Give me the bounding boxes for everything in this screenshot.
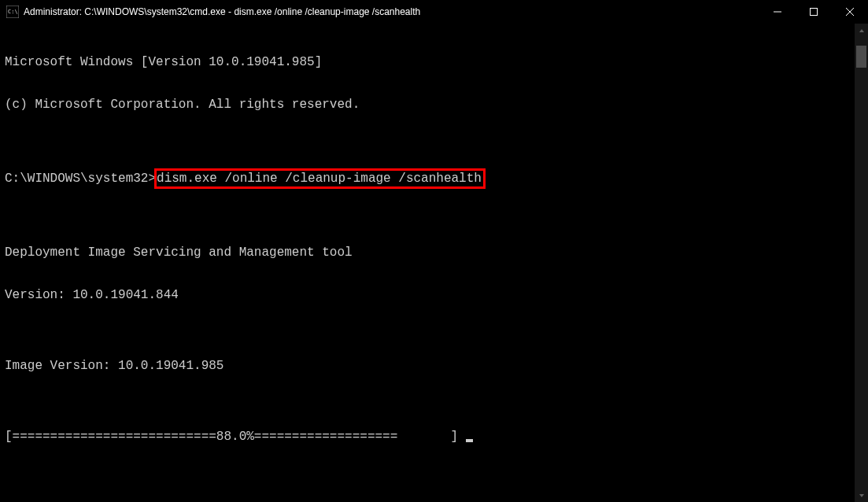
svg-text:C:\: C:\ (8, 9, 18, 15)
scroll-thumb[interactable] (856, 46, 866, 68)
output-line: Image Version: 10.0.19041.985 (5, 359, 863, 373)
svg-marker-7 (859, 494, 864, 497)
output-line: (c) Microsoft Corporation. All rights re… (5, 98, 863, 112)
cmd-window: C:\ Administrator: C:\WINDOWS\system32\c… (0, 0, 868, 502)
close-button[interactable] (832, 0, 868, 24)
svg-marker-6 (859, 29, 864, 32)
prompt-line: C:\WINDOWS\system32>dism.exe /online /cl… (5, 168, 863, 189)
svg-rect-3 (811, 9, 818, 16)
terminal-body[interactable]: Microsoft Windows [Version 10.0.19041.98… (0, 24, 868, 502)
progress-text: [===========================88.0%=======… (5, 430, 466, 444)
cmd-icon: C:\ (6, 6, 19, 18)
maximize-button[interactable] (796, 0, 832, 24)
prompt-prefix: C:\WINDOWS\system32> (5, 172, 156, 186)
output-line: Deployment Image Servicing and Managemen… (5, 245, 863, 260)
output-line: Version: 10.0.19041.844 (5, 288, 863, 302)
minimize-button[interactable] (759, 0, 796, 24)
window-controls (759, 0, 868, 24)
command-highlight: dism.exe /online /cleanup-image /scanhea… (154, 168, 486, 189)
command-text: dism.exe /online /cleanup-image /scanhea… (157, 172, 482, 186)
output-line: Microsoft Windows [Version 10.0.19041.98… (5, 55, 863, 69)
vertical-scrollbar[interactable] (855, 24, 868, 502)
cursor (466, 439, 473, 442)
scroll-down-arrow-icon[interactable] (855, 489, 868, 502)
terminal-content: Microsoft Windows [Version 10.0.19041.98… (0, 24, 868, 475)
window-title: Administrator: C:\WINDOWS\system32\cmd.e… (24, 6, 759, 17)
progress-line: [===========================88.0%=======… (5, 430, 863, 444)
scroll-up-arrow-icon[interactable] (855, 24, 868, 37)
titlebar[interactable]: C:\ Administrator: C:\WINDOWS\system32\c… (0, 0, 868, 24)
